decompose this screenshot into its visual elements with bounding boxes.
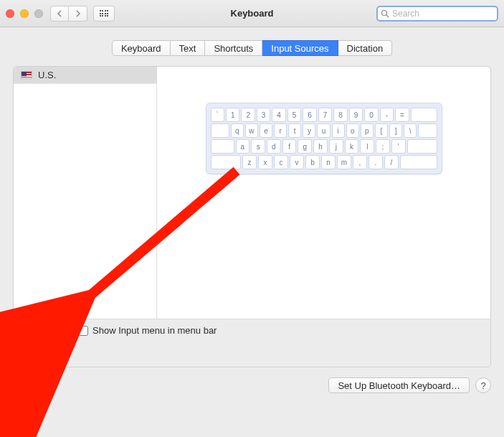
zoom-window-button[interactable] xyxy=(34,9,43,18)
key: ; xyxy=(376,139,390,154)
grid-icon xyxy=(100,10,109,17)
key: y xyxy=(303,123,315,138)
key-blank xyxy=(400,155,437,169)
tab-dictation[interactable]: Dictation xyxy=(338,40,393,56)
key: 6 xyxy=(303,108,316,122)
chevron-left-icon xyxy=(57,10,62,17)
show-all-button[interactable] xyxy=(93,6,115,22)
key: l xyxy=(360,139,374,154)
key: 9 xyxy=(349,108,363,122)
svg-line-1 xyxy=(386,15,389,17)
key: x xyxy=(258,155,272,169)
input-sources-panel: U.S. `1234567890-=qwertyuiop[]\asdfghjkl… xyxy=(13,66,491,367)
key: d xyxy=(267,139,281,154)
window-controls xyxy=(6,9,43,18)
keyboard-row: zxcvbnm,./ xyxy=(211,155,437,169)
svg-point-0 xyxy=(382,10,387,15)
key-blank xyxy=(411,108,437,122)
key: p xyxy=(361,123,374,138)
titlebar: Keyboard xyxy=(0,0,504,27)
key: u xyxy=(317,123,330,138)
tab-input-sources[interactable]: Input Sources xyxy=(262,40,338,56)
close-window-button[interactable] xyxy=(6,9,14,18)
key: 5 xyxy=(287,108,301,122)
keyboard-row: `1234567890-= xyxy=(211,108,437,122)
bluetooth-keyboard-button[interactable]: Set Up Bluetooth Keyboard… xyxy=(328,377,470,393)
keyboard-preview: `1234567890-=qwertyuiop[]\asdfghjkl;'zxc… xyxy=(157,67,490,319)
key: m xyxy=(337,155,351,169)
key: k xyxy=(345,139,359,154)
key: h xyxy=(313,139,328,154)
key: o xyxy=(346,123,359,138)
source-list[interactable]: U.S. xyxy=(14,67,157,319)
forward-button[interactable] xyxy=(69,6,87,22)
add-remove-group: + − xyxy=(21,324,64,339)
key-blank xyxy=(211,123,229,138)
key: w xyxy=(245,123,258,138)
nav-back-forward xyxy=(50,6,87,22)
key: 4 xyxy=(272,108,285,122)
key: g xyxy=(298,139,312,154)
key: a xyxy=(236,139,250,154)
tab-shortcuts[interactable]: Shortcuts xyxy=(205,40,262,56)
keyboard-row: asdfghjkl;' xyxy=(211,139,437,154)
key: \ xyxy=(404,123,417,138)
help-button[interactable]: ? xyxy=(475,377,491,393)
key: z xyxy=(242,155,257,169)
key-blank xyxy=(211,155,242,169)
key: 0 xyxy=(364,108,378,122)
tab-keyboard[interactable]: Keyboard xyxy=(112,40,171,56)
panel-body: U.S. `1234567890-=qwertyuiop[]\asdfghjkl… xyxy=(14,67,490,319)
tabs: KeyboardTextShortcutsInput SourcesDictat… xyxy=(13,40,491,56)
key: b xyxy=(305,155,320,169)
content: KeyboardTextShortcutsInput SourcesDictat… xyxy=(0,27,504,403)
key: q xyxy=(231,123,244,138)
key: ` xyxy=(211,108,224,122)
key: 2 xyxy=(241,108,255,122)
key: 1 xyxy=(226,108,239,122)
key: f xyxy=(282,139,297,154)
key: . xyxy=(369,155,383,169)
key: , xyxy=(353,155,367,169)
key: c xyxy=(274,155,288,169)
back-button[interactable] xyxy=(50,6,69,22)
key: 8 xyxy=(333,108,347,122)
key: n xyxy=(321,155,336,169)
key-blank xyxy=(407,139,437,154)
bottom-row: Set Up Bluetooth Keyboard… ? xyxy=(13,377,491,393)
key: t xyxy=(288,123,301,138)
chevron-right-icon xyxy=(75,10,81,17)
panel-footer: + − Show Input menu in menu bar xyxy=(14,319,490,367)
key: s xyxy=(251,139,265,154)
keyboard-row: qwertyuiop[]\ xyxy=(211,123,437,138)
remove-source-button[interactable]: − xyxy=(42,324,64,339)
add-source-button[interactable]: + xyxy=(21,324,42,339)
show-input-menu-checkbox[interactable]: Show Input menu in menu bar xyxy=(78,325,217,336)
source-item[interactable]: U.S. xyxy=(14,67,156,84)
key-blank xyxy=(418,123,437,138)
key: i xyxy=(332,123,345,138)
key: ] xyxy=(389,123,402,138)
minimize-window-button[interactable] xyxy=(20,9,29,18)
search-input[interactable] xyxy=(392,9,494,19)
key: = xyxy=(395,108,409,122)
show-input-menu-label: Show Input menu in menu bar xyxy=(92,325,217,336)
key: j xyxy=(329,139,343,154)
key: [ xyxy=(375,123,388,138)
key: v xyxy=(290,155,304,169)
key: - xyxy=(380,108,394,122)
show-input-menu-input[interactable] xyxy=(78,326,88,336)
keyboard-layout: `1234567890-=qwertyuiop[]\asdfghjkl;'zxc… xyxy=(206,103,442,174)
key: r xyxy=(274,123,287,138)
tab-text[interactable]: Text xyxy=(171,40,206,56)
key: / xyxy=(384,155,399,169)
key: ' xyxy=(391,139,406,154)
key-blank xyxy=(211,139,234,154)
key: 7 xyxy=(318,108,332,122)
search-field[interactable] xyxy=(376,6,498,22)
flag-icon xyxy=(21,71,32,79)
source-label: U.S. xyxy=(38,70,56,80)
key: e xyxy=(260,123,272,138)
key: 3 xyxy=(257,108,270,122)
search-icon xyxy=(381,9,389,18)
